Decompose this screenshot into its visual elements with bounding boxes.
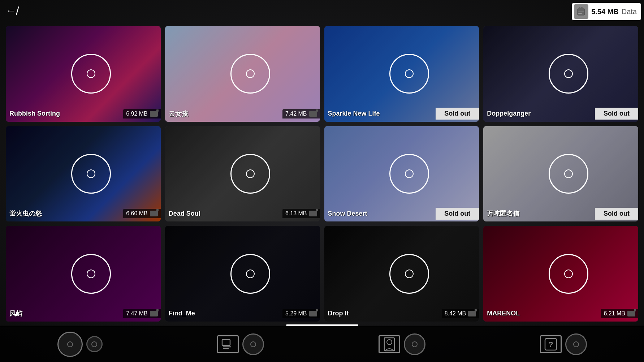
song-title-find-me: Find_Me	[165, 310, 195, 317]
song-title-feng-xiao: 风屿	[6, 309, 22, 318]
song-size-text-dead-soul: 6.13 MB	[285, 210, 307, 217]
song-info-marenol: MARENOL6.21 MB	[483, 306, 638, 322]
vinyl-yun-nv-hai	[230, 54, 270, 94]
song-size-text-drop-it: 8.42 MB	[445, 310, 466, 317]
sd-icon-marenol	[627, 311, 635, 316]
song-info-rubbish-sorting: Rubbish Sorting6.92 MB	[6, 106, 161, 122]
song-size-hotaru: 6.60 MB	[123, 209, 161, 218]
vinyl-sparkle-new-life	[389, 54, 429, 94]
song-info-sparkle-new-life: Sparkle New LifeSold out	[324, 106, 479, 122]
vinyl-hotaru	[71, 154, 111, 194]
nav-item-1[interactable]	[57, 332, 103, 357]
nav-item-2[interactable]	[217, 333, 264, 355]
nav-playlist-icon	[217, 335, 239, 353]
vinyl-dead-soul	[230, 154, 270, 194]
svg-point-9	[387, 340, 392, 345]
song-size-marenol: 6.21 MB	[601, 309, 638, 318]
data-badge: 5.54 MB Data	[572, 3, 641, 20]
nav-vinyl-small-icon	[86, 336, 103, 352]
sd-card-icon	[574, 4, 588, 19]
song-card-find-me[interactable]: Find_Me5.29 MB	[165, 226, 320, 322]
vinyl-wan-tun	[549, 154, 588, 194]
svg-rect-5	[222, 340, 230, 345]
data-size: 5.54 MB	[591, 8, 619, 16]
svg-rect-3	[578, 12, 584, 12]
svg-rect-4	[578, 13, 582, 14]
song-info-feng-xiao: 风屿7.47 MB	[6, 306, 161, 322]
song-size-text-hotaru: 6.60 MB	[126, 210, 148, 217]
top-bar: ← /	[0, 0, 644, 22]
song-info-snow-desert: Snow DesertSold out	[324, 206, 479, 221]
sd-icon-dead-soul	[309, 211, 317, 216]
vinyl-find-me	[230, 254, 270, 294]
song-card-yun-nv-hai[interactable]: 云女孩7.42 MB	[165, 26, 320, 122]
song-card-dead-soul[interactable]: Dead Soul6.13 MB	[165, 126, 320, 222]
song-size-rubbish-sorting: 6.92 MB	[123, 109, 161, 118]
sd-icon-drop-it	[468, 311, 476, 316]
nav-vinyl-large-icon	[57, 332, 83, 357]
slash-icon: /	[16, 4, 19, 18]
sd-icon-feng-xiao	[150, 311, 158, 316]
song-title-dead-soul: Dead Soul	[165, 210, 200, 217]
sd-icon-hotaru	[150, 211, 158, 216]
song-card-marenol[interactable]: MARENOL6.21 MB	[483, 226, 638, 322]
vinyl-drop-it	[389, 254, 429, 294]
nav-vinyl-mid-icon	[242, 333, 264, 355]
sd-icon-yun-nv-hai	[309, 111, 317, 117]
song-size-text-marenol: 6.21 MB	[604, 310, 625, 317]
song-title-hotaru: 蛍火虫の怒	[6, 209, 42, 218]
nav-character-icon	[379, 335, 400, 353]
song-info-doppelganger: DoppelgangerSold out	[483, 106, 638, 122]
song-size-text-rubbish-sorting: 6.92 MB	[126, 111, 148, 117]
song-info-yun-nv-hai: 云女孩7.42 MB	[165, 106, 320, 122]
vinyl-feng-xiao	[71, 254, 111, 294]
song-card-hotaru[interactable]: 蛍火虫の怒6.60 MB	[6, 126, 161, 222]
sold-out-badge-sparkle-new-life: Sold out	[436, 108, 479, 120]
song-size-drop-it: 8.42 MB	[442, 309, 479, 318]
song-title-yun-nv-hai: 云女孩	[165, 109, 188, 118]
svg-text:?: ?	[548, 340, 553, 349]
song-card-feng-xiao[interactable]: 风屿7.47 MB	[6, 226, 161, 322]
song-size-yun-nv-hai: 7.42 MB	[282, 109, 320, 118]
song-title-snow-desert: Snow Desert	[324, 210, 367, 217]
sold-out-badge-doppelganger: Sold out	[595, 108, 638, 120]
sd-icon-rubbish-sorting	[150, 111, 158, 117]
sd-icon-find-me	[309, 311, 317, 316]
song-grid: Rubbish Sorting6.92 MB云女孩7.42 MBSparkle …	[0, 22, 644, 326]
song-title-wan-tun: 万吨匿名信	[483, 209, 519, 218]
song-info-drop-it: Drop It8.42 MB	[324, 306, 479, 322]
song-title-drop-it: Drop It	[324, 310, 349, 317]
song-info-hotaru: 蛍火虫の怒6.60 MB	[6, 206, 161, 221]
song-size-dead-soul: 6.13 MB	[282, 209, 320, 218]
song-size-text-feng-xiao: 7.47 MB	[126, 310, 148, 317]
song-info-find-me: Find_Me5.29 MB	[165, 306, 320, 322]
nav-item-4[interactable]: ?	[540, 333, 587, 355]
data-label: Data	[622, 8, 637, 16]
back-arrow-icon: ←	[6, 5, 16, 17]
song-info-wan-tun: 万吨匿名信Sold out	[483, 206, 638, 221]
sold-out-badge-snow-desert: Sold out	[436, 208, 479, 220]
nav-help-icon: ?	[540, 335, 562, 353]
song-title-rubbish-sorting: Rubbish Sorting	[6, 110, 60, 117]
vinyl-doppelganger	[549, 54, 588, 94]
song-card-wan-tun[interactable]: 万吨匿名信Sold out	[483, 126, 638, 222]
song-title-sparkle-new-life: Sparkle New Life	[324, 110, 380, 117]
nav-vinyl-help-icon	[565, 333, 587, 355]
bottom-nav: ?	[0, 326, 644, 362]
vinyl-marenol	[549, 254, 588, 294]
song-size-find-me: 5.29 MB	[282, 309, 320, 318]
song-info-dead-soul: Dead Soul6.13 MB	[165, 206, 320, 221]
song-card-drop-it[interactable]: Drop It8.42 MB	[324, 226, 479, 322]
song-card-rubbish-sorting[interactable]: Rubbish Sorting6.92 MB	[6, 26, 161, 122]
nav-item-3[interactable]	[379, 333, 425, 355]
vinyl-snow-desert	[389, 154, 429, 194]
song-title-marenol: MARENOL	[483, 310, 520, 317]
song-card-sparkle-new-life[interactable]: Sparkle New LifeSold out	[324, 26, 479, 122]
song-card-doppelganger[interactable]: DoppelgangerSold out	[483, 26, 638, 122]
song-card-snow-desert[interactable]: Snow DesertSold out	[324, 126, 479, 222]
song-title-doppelganger: Doppelganger	[483, 110, 531, 117]
back-button[interactable]: ←	[6, 5, 16, 17]
nav-vinyl-char-icon	[404, 333, 425, 355]
song-size-text-yun-nv-hai: 7.42 MB	[285, 111, 307, 117]
vinyl-rubbish-sorting	[71, 54, 111, 94]
